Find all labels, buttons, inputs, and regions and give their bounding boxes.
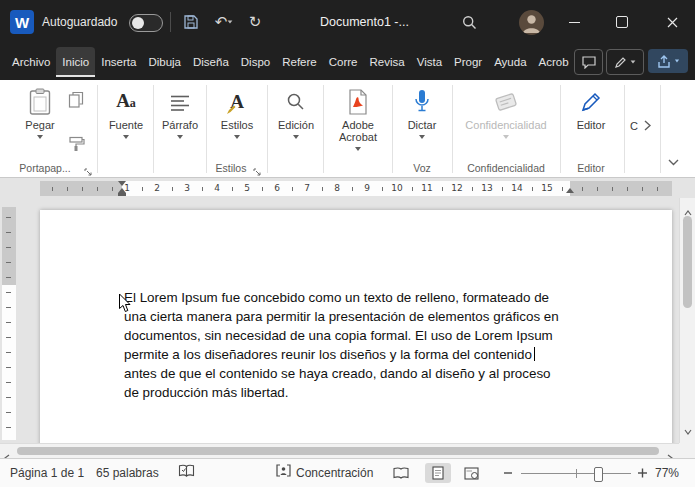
editing-mode-button[interactable] — [606, 49, 644, 75]
tab-programar[interactable]: Progr — [448, 47, 488, 77]
minimize-icon — [569, 22, 580, 23]
undo-icon: ↶ — [215, 13, 228, 31]
ribbon: Pegar Portapap... Aa Fuente Párrafo — [0, 80, 695, 178]
right-indent-marker[interactable] — [566, 188, 574, 193]
clipboard-icon — [28, 88, 52, 116]
tab-archivo[interactable]: Archivo — [6, 47, 56, 77]
text-line: una cierta manera para permitir la prese… — [124, 307, 594, 326]
paste-button[interactable]: Pegar — [16, 84, 64, 139]
word-window: W Autoguardado ↶ ↻ Documento1 -... Archi… — [0, 0, 695, 487]
tab-ayuda[interactable]: Ayuda — [488, 47, 532, 77]
close-button[interactable] — [650, 0, 695, 44]
ribbon-tab-bar: Archivo Inicio Inserta Dibuja Diseña Dis… — [0, 44, 695, 80]
pen-icon — [614, 56, 627, 69]
zoom-level[interactable]: 77% — [655, 466, 679, 480]
paragraph-button[interactable]: Párrafo — [156, 84, 204, 139]
proofing-button[interactable] — [178, 464, 195, 478]
styles-button[interactable]: A Estilos — [210, 84, 264, 139]
web-layout-icon — [464, 467, 479, 480]
ruler-number: 13 — [481, 183, 493, 193]
format-painter-button[interactable] — [64, 132, 88, 156]
page-info[interactable]: Página 1 de 1 — [10, 466, 84, 480]
ruler-number: 5 — [241, 183, 253, 193]
word-count[interactable]: 65 palabras — [96, 466, 159, 480]
focus-button[interactable] — [276, 464, 291, 477]
titlebar-divider — [170, 12, 171, 32]
horizontal-scroll-thumb[interactable] — [17, 447, 659, 455]
chevron-down-icon — [674, 60, 678, 63]
dialog-launcher-icon — [253, 168, 262, 177]
search-icon — [462, 15, 477, 30]
font-button[interactable]: Aa Fuente — [101, 84, 151, 139]
styles-dialog-launcher[interactable] — [253, 163, 263, 173]
copy-button[interactable] — [64, 87, 88, 111]
tab-dibujar[interactable]: Dibuja — [142, 47, 187, 77]
tab-disposicion[interactable]: Dispo — [235, 47, 276, 77]
group-separator — [206, 85, 207, 173]
tab-insertar[interactable]: Inserta — [95, 47, 142, 77]
editing-button[interactable]: Edición — [271, 84, 321, 139]
share-icon — [657, 55, 671, 68]
document-title[interactable]: Documento1 -... — [320, 15, 409, 29]
search-button[interactable] — [456, 10, 482, 34]
sensitivity-icon — [493, 90, 519, 114]
print-layout-button[interactable] — [425, 463, 451, 483]
tab-vista[interactable]: Vista — [411, 47, 448, 77]
tab-acrobat[interactable]: Acrob — [533, 47, 572, 77]
save-icon — [183, 14, 199, 30]
clipboard-dialog-launcher[interactable] — [84, 163, 94, 173]
collapse-ribbon-button[interactable] — [664, 154, 682, 170]
plus-icon — [637, 467, 648, 479]
tab-inicio[interactable]: Inicio — [56, 47, 95, 77]
undo-button[interactable]: ↶ — [208, 10, 240, 34]
ribbon-scroll-right-button[interactable] — [644, 116, 658, 134]
first-line-indent-marker[interactable] — [118, 181, 126, 186]
word-logo-icon[interactable]: W — [10, 10, 34, 34]
avatar[interactable] — [519, 10, 544, 35]
redo-button[interactable]: ↻ — [242, 10, 268, 34]
zoom-in-button[interactable] — [637, 467, 648, 479]
editor-button[interactable]: Editor — [564, 84, 618, 131]
maximize-icon — [616, 16, 628, 28]
text-line: permite a los diseñadores reunir los dis… — [124, 345, 594, 364]
save-button[interactable] — [178, 10, 204, 34]
share-button[interactable] — [648, 49, 688, 73]
find-icon — [286, 92, 306, 112]
zoom-out-button[interactable] — [503, 467, 513, 479]
minimize-button[interactable] — [553, 0, 595, 44]
chevron-down-icon — [234, 135, 240, 139]
web-layout-button[interactable] — [458, 463, 484, 483]
document-text[interactable]: El Lorem Ipsum fue concebido como un tex… — [124, 288, 594, 402]
zoom-slider-thumb[interactable] — [594, 467, 603, 482]
vertical-scroll-thumb[interactable] — [683, 216, 692, 308]
redo-icon: ↻ — [249, 13, 262, 31]
scroll-down-button[interactable] — [684, 421, 692, 439]
autosave-toggle[interactable] — [129, 14, 163, 32]
ruler-number: 9 — [361, 183, 373, 193]
sensitivity-group-label: Confidencialidad — [456, 162, 556, 174]
group-separator — [153, 85, 154, 173]
maximize-button[interactable] — [601, 0, 643, 44]
acrobat-label: Adobe Acrobat — [333, 119, 383, 143]
horizontal-scrollbar[interactable] — [0, 443, 679, 458]
vertical-scrollbar[interactable] — [679, 198, 695, 443]
status-bar: Página 1 de 1 65 palabras Concentración … — [0, 458, 695, 487]
read-mode-icon — [393, 467, 409, 479]
comments-button[interactable] — [574, 49, 603, 75]
dictate-button[interactable]: Dictar — [396, 84, 448, 139]
ruler-number: 2 — [151, 183, 163, 193]
mouse-cursor — [118, 293, 132, 317]
tab-diseno[interactable]: Diseña — [187, 47, 235, 77]
editing-label: Edición — [278, 119, 314, 131]
chevron-down-icon — [177, 135, 183, 139]
acrobat-button[interactable]: Adobe Acrobat — [327, 84, 389, 151]
text-line: antes de que el contenido se haya creado… — [124, 364, 594, 383]
focus-label[interactable]: Concentración — [296, 466, 373, 480]
tab-correspondencia[interactable]: Corre — [323, 47, 364, 77]
ruler-number: 8 — [331, 183, 343, 193]
tab-revisar[interactable]: Revisa — [364, 47, 411, 77]
read-mode-button[interactable] — [388, 463, 414, 483]
person-icon — [519, 10, 544, 35]
left-indent-marker[interactable] — [118, 193, 126, 196]
tab-referencias[interactable]: Refere — [276, 47, 323, 77]
